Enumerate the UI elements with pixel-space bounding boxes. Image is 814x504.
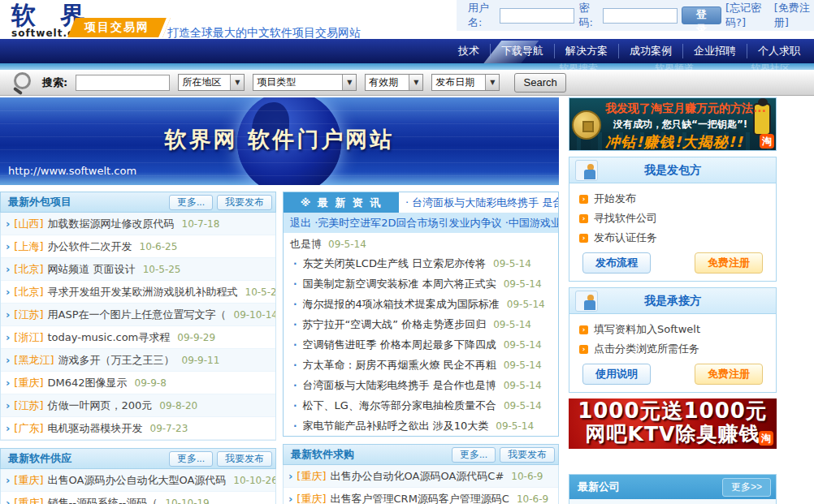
free-register-button[interactable]: 免费注册 (695, 364, 763, 385)
project-row[interactable]: ›[北京]网站频道 页面设计10-5-25 (1, 258, 275, 281)
demand-link[interactable]: 出售客户管理CRM源码客户管理源码C (331, 492, 509, 504)
nav-item-resume[interactable]: 个人求职 (747, 44, 811, 58)
news-link[interactable]: 东芝关闭英LCD生产线 日立索尼亦传将 (303, 256, 486, 271)
dot-icon: · (293, 319, 297, 330)
supply-more-button[interactable]: 更多... (169, 451, 213, 467)
project-link[interactable]: 网站频道 页面设计 (48, 262, 136, 277)
supply-link[interactable]: 出售OA源码办公自动化大型OA源代码 (48, 473, 227, 488)
contractor-item[interactable]: ›填写资料加入Softwelt (579, 320, 768, 339)
news-link[interactable]: 苏宁拉开“空调大战” 价格走势逐步回归 (303, 317, 487, 332)
news-link[interactable]: 方太革命：厨房不再烟熏火燎 民企不再粗 (303, 358, 496, 373)
publisher-item[interactable]: ›寻找软件公司 (579, 209, 768, 228)
project-row[interactable]: ›[黑龙江]游戏多开（万王之王三）09-9-11 (1, 349, 275, 372)
supply-link[interactable]: 销售--源码系统--源码（ (48, 496, 158, 504)
project-row[interactable]: ›[浙江]today-music.com寻求程09-9-29 (1, 326, 275, 349)
news-row[interactable]: ·空调销售进旺季 价格本周起最多下降四成09-5-14 (284, 334, 558, 355)
nav-item-solutions[interactable]: 解决方案 (554, 44, 618, 58)
demand-post-button[interactable]: 我要发布 (500, 447, 555, 463)
news-wrapped-line[interactable]: 也是博09-5-14 (284, 233, 558, 253)
demand-row[interactable]: ›[重庆]出售办公自动化OA源码OA源代码C#10-6-9 (284, 465, 558, 488)
news-row[interactable]: ·松下、LG、海尔等部分家电抽检质量不合09-5-14 (284, 395, 558, 416)
chevron-down-icon[interactable]: ▼ (230, 75, 244, 90)
project-type-select[interactable]: 项目类型 ▼ (253, 74, 357, 91)
project-row[interactable]: ›[山西]加载数据源网址修改原代码10-7-18 (1, 213, 275, 235)
chevron-down-icon[interactable]: ▼ (342, 75, 356, 90)
projects-post-button[interactable]: 我要发布 (217, 195, 272, 210)
news-link[interactable]: 空调销售进旺季 价格本周起最多下降四成 (303, 338, 496, 352)
news-row[interactable]: ·台湾面板与大陆彩电终携手 是合作也是博09-5-14 (284, 375, 558, 395)
news-row[interactable]: ·东芝关闭英LCD生产线 日立索尼亦传将09-5-14 (284, 253, 558, 274)
company-row[interactable]: ※ 上海冲凌信息科技有限公司荐 (569, 499, 776, 504)
project-link[interactable]: 用ASP在一个图片上任意位置写文字（ (48, 308, 227, 322)
project-row[interactable]: ›[北京]寻求开发组开发某欧洲游戏脱机补助程式10-5-25 (1, 281, 275, 304)
news-ticker-line1[interactable]: · 台湾面板与大陆彩电终携手 是合作 (399, 192, 558, 213)
demand-row[interactable]: ›[重庆]出售客户管理CRM源码客户管理源码C10-6-9 (284, 488, 558, 504)
publisher-item[interactable]: ›发布认证任务 (579, 228, 768, 248)
nav-item-jobs[interactable]: 企业招聘 (682, 44, 747, 58)
password-input[interactable] (603, 8, 678, 24)
companies-more-button[interactable]: 更多>> (722, 478, 771, 497)
news-row[interactable]: ·苏宁拉开“空调大战” 价格走势逐步回归09-5-14 (284, 314, 558, 334)
usage-guide-button[interactable]: 使用说明 (582, 364, 651, 385)
search-button[interactable]: Search (514, 73, 566, 93)
news-row[interactable]: ·国美制定新空调安装标准 本周六将正式实09-5-14 (284, 274, 558, 294)
news-ticker-line2[interactable]: 退出 ·完美时空进军2D回合市场引发业内争议 ·中国游戏业 (284, 213, 558, 233)
news-row[interactable]: ·家电节能产品补贴呼之欲出 涉及10大类09-5-14 (284, 416, 558, 436)
forgot-password-link[interactable]: [忘记密码?] (725, 1, 770, 30)
news-tab[interactable]: ※ 最 新 资 讯 (284, 192, 399, 213)
red-ad-banner[interactable]: 1000元送1000元 网吧KTV除臭赚钱 淘 (569, 398, 777, 449)
supply-row[interactable]: ›[重庆]出售OA源码办公自动化大型OA源代码10-10-26 (1, 469, 275, 492)
login-button[interactable]: 登 录 (682, 6, 721, 24)
region-select[interactable]: 所在地区 ▼ (178, 74, 245, 91)
news-row[interactable]: ·海尔提报的4项冰箱技术提案成为国际标准09-5-14 (284, 294, 558, 314)
project-row[interactable]: ›[重庆]DM642图像显示09-9-8 (1, 372, 275, 394)
subnav-item-community[interactable]: 软界社区 (751, 62, 790, 75)
taobao-ad-banner[interactable]: 我发现了淘宝月赚万元的方法... 没有成功，您只缺“一把钥匙”! 冲钻!赚钱!大… (569, 97, 777, 151)
demand-more-button[interactable]: 更多... (452, 447, 496, 463)
project-link[interactable]: 办公软件二次开发 (48, 239, 132, 254)
project-link[interactable]: 仿做一叶网页，200元 (48, 398, 153, 413)
supply-row[interactable]: ›[重庆]销售--源码系统--源码（10-10-19 (1, 492, 275, 504)
project-link[interactable]: 游戏多开（万王之王三） (58, 353, 175, 368)
username-input[interactable] (500, 8, 574, 24)
publisher-item-label[interactable]: 寻找软件公司 (594, 211, 657, 226)
validity-select[interactable]: 有效期 ▼ (365, 74, 423, 91)
nav-item-cases[interactable]: 成功案例 (618, 44, 682, 58)
news-link[interactable]: 国美制定新空调安装标准 本周六将正式实 (303, 277, 496, 291)
news-link[interactable]: 台湾面板与大陆彩电终携手 是合作也是博 (303, 378, 496, 393)
project-link[interactable]: DM642图像显示 (48, 376, 128, 390)
news-link[interactable]: 海尔提报的4项冰箱技术提案成为国际标准 (303, 297, 500, 312)
project-link[interactable]: 电机驱动器模块开发 (48, 421, 143, 436)
project-row[interactable]: ›[上海]办公软件二次开发10-6-25 (1, 235, 275, 258)
news-row[interactable]: ·方太革命：厨房不再烟熏火燎 民企不再粗09-5-14 (284, 355, 558, 375)
project-link[interactable]: today-music.com寻求程 (48, 330, 171, 345)
project-row[interactable]: ›[江苏]仿做一叶网页，200元09-8-20 (1, 394, 275, 417)
subnav-item-channel[interactable]: 软界频道 (655, 62, 694, 75)
news-link[interactable]: 松下、LG、海尔等部分家电抽检质量不合 (303, 398, 496, 413)
contractor-item[interactable]: ›点击分类浏览所需任务 (579, 339, 768, 359)
hero-banner[interactable]: 软界网 软件门户网站 http://www.softwelt.com (0, 97, 559, 185)
publish-date-select[interactable]: 发布日期 ▼ (431, 74, 500, 91)
demand-link[interactable]: 出售办公自动化OA源码OA源代码C# (331, 469, 504, 484)
chevron-down-icon[interactable]: ▼ (485, 75, 499, 90)
project-link[interactable]: 寻求开发组开发某欧洲游戏脱机补助程式 (48, 285, 238, 299)
nav-item-tech[interactable]: 技术 (448, 44, 490, 58)
nav-item-downloads[interactable]: 下载导航 (490, 44, 554, 58)
contractor-item-label[interactable]: 点击分类浏览所需任务 (594, 342, 699, 356)
project-row[interactable]: ›[广东]电机驱动器模块开发09-7-23 (1, 417, 275, 440)
free-register-button[interactable]: 免费注册 (695, 252, 763, 274)
publish-process-button[interactable]: 发布流程 (582, 252, 651, 274)
search-input[interactable] (76, 75, 170, 91)
projects-more-button[interactable]: 更多... (169, 195, 213, 210)
publisher-item-label[interactable]: 发布认证任务 (594, 230, 657, 245)
register-link[interactable]: [免费注册] (774, 1, 814, 30)
chevron-down-icon[interactable]: ▼ (409, 75, 422, 90)
contractor-item-label[interactable]: 填写资料加入Softwelt (594, 322, 700, 337)
publisher-item[interactable]: ›开始发布 (579, 189, 768, 209)
project-link[interactable]: 加载数据源网址修改原代码 (48, 217, 175, 231)
news-link[interactable]: 家电节能产品补贴呼之欲出 涉及10大类 (303, 419, 489, 433)
project-row[interactable]: ›[江苏]用ASP在一个图片上任意位置写文字（09-10-14 (1, 304, 275, 326)
publisher-item-label[interactable]: 开始发布 (594, 192, 636, 206)
subnav-item-search[interactable]: 软界搜索 (559, 62, 598, 75)
supply-post-button[interactable]: 我要发布 (217, 451, 272, 467)
